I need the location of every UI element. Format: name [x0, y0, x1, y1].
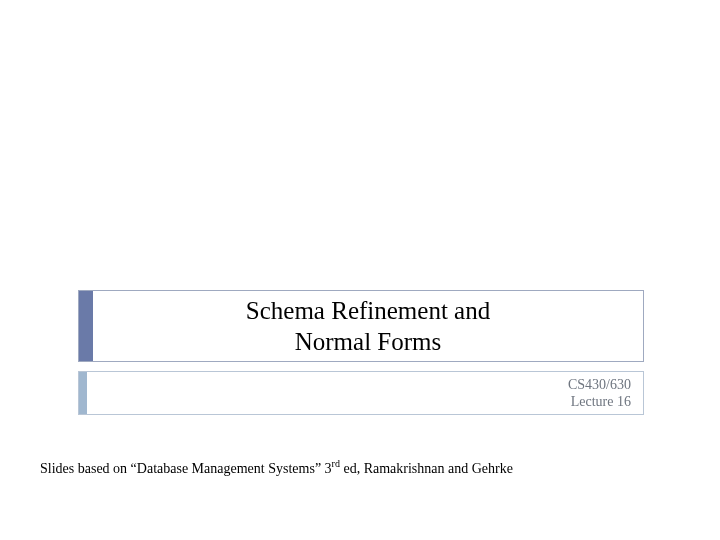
- title-line-1: Schema Refinement and: [246, 295, 490, 326]
- title-line-2: Normal Forms: [295, 326, 442, 357]
- footer-suffix: ed, Ramakrishnan and Gehrke: [340, 461, 513, 476]
- footer-prefix: Slides based on “Database Management Sys…: [40, 461, 332, 476]
- subtitle-accent-bar: [79, 372, 87, 414]
- slide-title: Schema Refinement and Normal Forms: [93, 291, 643, 361]
- slide: Schema Refinement and Normal Forms CS430…: [0, 0, 720, 540]
- subtitle-box: CS430/630 Lecture 16: [78, 371, 644, 415]
- slide-subtitle: CS430/630 Lecture 16: [87, 372, 643, 414]
- footer-note: Slides based on “Database Management Sys…: [40, 458, 513, 477]
- footer-superscript: rd: [332, 458, 340, 469]
- title-accent-bar: [79, 291, 93, 361]
- subtitle-line-2: Lecture 16: [571, 393, 631, 411]
- subtitle-line-1: CS430/630: [568, 376, 631, 394]
- title-box: Schema Refinement and Normal Forms: [78, 290, 644, 362]
